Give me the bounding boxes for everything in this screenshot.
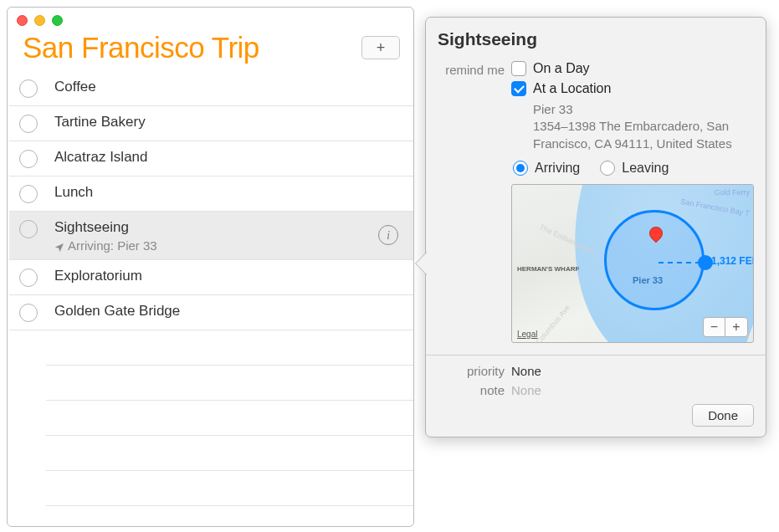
reminder-details-popover: Sightseeing remind me On a Day At a Loca… xyxy=(425,17,766,437)
divider xyxy=(426,355,766,356)
empty-reminder-line[interactable] xyxy=(46,471,413,506)
map-road-label: Columbus Ave xyxy=(535,303,572,342)
note-field[interactable]: None xyxy=(511,383,541,397)
leaving-label: Leaving xyxy=(622,161,669,176)
reminder-title-field[interactable]: Sightseeing xyxy=(438,29,754,49)
at-a-location-option[interactable]: At a Location xyxy=(511,81,754,96)
reminder-item[interactable]: Tartine Bakery xyxy=(9,106,413,141)
info-button[interactable]: i xyxy=(378,225,398,245)
empty-reminder-line[interactable] xyxy=(46,401,413,436)
reminder-item[interactable]: Lunch xyxy=(9,176,413,212)
address-line2: 1354–1398 The Embarcadero, San Francisco… xyxy=(533,118,754,152)
arriving-radio[interactable] xyxy=(513,161,528,176)
address-line1: Pier 33 xyxy=(533,101,754,118)
reminder-item[interactable]: Golden Gate Bridge xyxy=(9,295,413,330)
map-radius-text: 1,312 FEET xyxy=(711,255,754,267)
reminder-item[interactable]: Exploratorium xyxy=(9,260,413,295)
leaving-radio[interactable] xyxy=(600,161,615,176)
location-address: Pier 33 1354–1398 The Embarcadero, San F… xyxy=(533,101,754,152)
complete-toggle[interactable] xyxy=(19,150,38,168)
map-pin-label: Pier 33 xyxy=(633,275,663,285)
at-a-location-label: At a Location xyxy=(533,81,611,96)
window-controls xyxy=(17,15,63,26)
list-title: San Francisco Trip xyxy=(23,31,361,64)
reminder-label: Alcatraz Island xyxy=(54,148,405,166)
complete-toggle[interactable] xyxy=(19,185,38,203)
reminder-item[interactable]: Coffee xyxy=(9,71,413,106)
location-map[interactable]: Gold Ferry San Francisco Bay T HERMAN'S … xyxy=(511,184,754,343)
reminder-label: Golden Gate Bridge xyxy=(54,302,405,320)
map-road-label: Gold Ferry xyxy=(714,188,750,197)
zoom-window-button[interactable] xyxy=(52,15,63,26)
arriving-option[interactable]: Arriving xyxy=(513,161,580,176)
reminder-label: Lunch xyxy=(54,183,405,202)
close-window-button[interactable] xyxy=(17,15,28,26)
reminder-label: Exploratorium xyxy=(54,267,405,285)
reminder-subtext-text: Arriving: Pier 33 xyxy=(68,238,157,253)
map-zoom-out-button[interactable]: − xyxy=(704,318,725,336)
reminder-subtext: Arriving: Pier 33 xyxy=(54,238,378,253)
done-button[interactable]: Done xyxy=(692,404,754,427)
empty-reminder-line[interactable] xyxy=(46,366,413,401)
reminder-label: Coffee xyxy=(54,78,405,96)
leaving-option[interactable]: Leaving xyxy=(600,161,669,176)
remind-me-label: remind me xyxy=(438,61,511,343)
reminders-list: Coffee Tartine Bakery Alcatraz Island Lu… xyxy=(8,71,413,506)
reminder-item[interactable]: Alcatraz Island xyxy=(9,141,413,176)
minimize-window-button[interactable] xyxy=(34,15,45,26)
map-radius-line xyxy=(659,262,700,263)
map-geofence-circle[interactable] xyxy=(604,210,705,310)
reminder-label: Sightseeing xyxy=(54,218,378,237)
reminders-window: San Francisco Trip + Coffee Tartine Bake… xyxy=(7,7,414,527)
map-zoom-in-button[interactable]: + xyxy=(725,318,747,336)
on-a-day-label: On a Day xyxy=(533,61,590,76)
at-a-location-checkbox[interactable] xyxy=(511,81,526,96)
priority-value[interactable]: None xyxy=(511,364,541,378)
complete-toggle[interactable] xyxy=(19,269,38,287)
add-reminder-button[interactable]: + xyxy=(361,36,400,59)
reminder-item-selected[interactable]: Sightseeing Arriving: Pier 33 i xyxy=(9,212,413,260)
note-label: note xyxy=(438,383,511,397)
empty-reminder-line[interactable] xyxy=(46,330,413,366)
complete-toggle[interactable] xyxy=(19,79,38,98)
complete-toggle[interactable] xyxy=(19,304,38,322)
on-a-day-checkbox[interactable] xyxy=(511,61,526,76)
priority-label: priority xyxy=(438,364,511,378)
map-area-label: HERMAN'S WHARF xyxy=(517,265,579,273)
map-zoom-controls: − + xyxy=(703,317,748,337)
complete-toggle[interactable] xyxy=(19,220,38,238)
location-arrow-icon xyxy=(54,241,64,251)
on-a-day-option[interactable]: On a Day xyxy=(511,61,754,76)
map-legal-link[interactable]: Legal xyxy=(517,330,537,339)
empty-reminder-line[interactable] xyxy=(46,436,413,471)
reminder-label: Tartine Bakery xyxy=(54,113,405,131)
complete-toggle[interactable] xyxy=(19,115,38,133)
arriving-label: Arriving xyxy=(535,161,580,176)
